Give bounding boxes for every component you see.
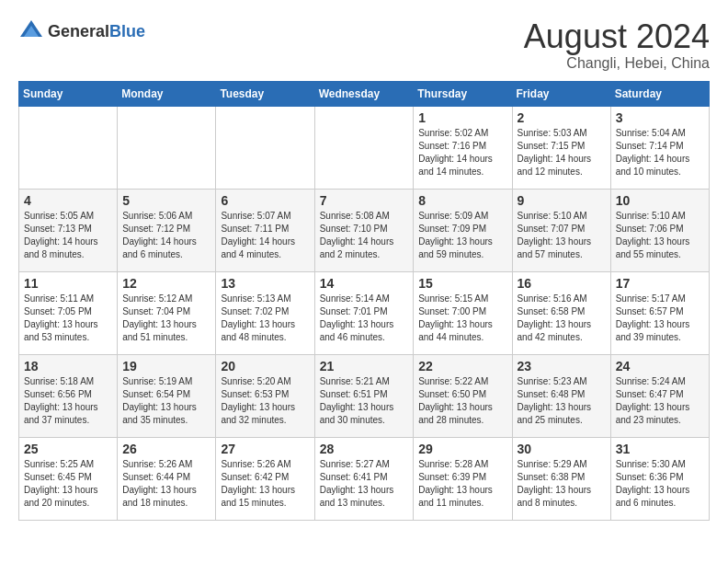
calendar-cell: 21Sunrise: 5:21 AM Sunset: 6:51 PM Dayli… [314,354,414,437]
calendar-cell: 20Sunrise: 5:20 AM Sunset: 6:53 PM Dayli… [216,354,314,437]
day-info: Sunrise: 5:14 AM Sunset: 7:01 PM Dayligh… [320,293,409,344]
calendar-cell: 17Sunrise: 5:17 AM Sunset: 6:57 PM Dayli… [610,271,709,354]
day-info: Sunrise: 5:30 AM Sunset: 6:36 PM Dayligh… [616,458,704,510]
day-info: Sunrise: 5:28 AM Sunset: 6:39 PM Dayligh… [418,458,506,510]
calendar-cell: 8Sunrise: 5:09 AM Sunset: 7:09 PM Daylig… [414,189,512,271]
calendar-cell: 4Sunrise: 5:05 AM Sunset: 7:13 PM Daylig… [19,189,118,271]
day-number: 5 [122,193,210,208]
calendar-cell [314,106,414,189]
day-info: Sunrise: 5:03 AM Sunset: 7:15 PM Dayligh… [518,127,606,178]
day-number: 24 [616,359,704,373]
day-number: 28 [320,442,409,456]
header-row: SundayMondayTuesdayWednesdayThursdayFrid… [19,81,710,106]
day-info: Sunrise: 5:22 AM Sunset: 6:50 PM Dayligh… [418,375,506,427]
week-row-5: 25Sunrise: 5:25 AM Sunset: 6:45 PM Dayli… [19,437,710,520]
day-info: Sunrise: 5:19 AM Sunset: 6:54 PM Dayligh… [122,375,210,427]
day-number: 19 [122,359,210,373]
day-info: Sunrise: 5:02 AM Sunset: 7:16 PM Dayligh… [418,127,506,178]
calendar-cell: 22Sunrise: 5:22 AM Sunset: 6:50 PM Dayli… [414,354,512,437]
week-row-1: 1Sunrise: 5:02 AM Sunset: 7:16 PM Daylig… [19,106,710,189]
day-number: 4 [24,193,112,208]
day-info: Sunrise: 5:10 AM Sunset: 7:06 PM Dayligh… [616,210,704,261]
day-info: Sunrise: 5:27 AM Sunset: 6:41 PM Dayligh… [320,458,409,510]
day-number: 22 [418,359,506,373]
day-info: Sunrise: 5:18 AM Sunset: 6:56 PM Dayligh… [24,375,112,427]
day-info: Sunrise: 5:07 AM Sunset: 7:11 PM Dayligh… [221,210,309,261]
day-number: 23 [518,359,606,373]
day-number: 16 [518,276,606,291]
logo-general: General [48,22,109,40]
day-number: 31 [616,442,704,456]
day-number: 26 [122,442,210,456]
day-info: Sunrise: 5:05 AM Sunset: 7:13 PM Dayligh… [24,210,112,261]
day-number: 11 [24,276,112,291]
day-number: 13 [221,276,309,291]
day-number: 6 [221,193,309,208]
calendar-title: August 2024 [524,18,710,55]
calendar-cell: 13Sunrise: 5:13 AM Sunset: 7:02 PM Dayli… [216,271,314,354]
calendar-cell: 16Sunrise: 5:16 AM Sunset: 6:58 PM Dayli… [512,271,610,354]
day-number: 20 [221,359,309,373]
week-row-4: 18Sunrise: 5:18 AM Sunset: 6:56 PM Dayli… [19,354,710,437]
day-info: Sunrise: 5:26 AM Sunset: 6:42 PM Dayligh… [221,458,309,510]
day-info: Sunrise: 5:25 AM Sunset: 6:45 PM Dayligh… [24,458,112,510]
calendar-cell: 27Sunrise: 5:26 AM Sunset: 6:42 PM Dayli… [216,437,314,520]
calendar-cell: 24Sunrise: 5:24 AM Sunset: 6:47 PM Dayli… [610,354,709,437]
calendar-cell [19,106,118,189]
calendar-cell [118,106,216,189]
day-info: Sunrise: 5:20 AM Sunset: 6:53 PM Dayligh… [221,375,309,427]
day-number: 10 [616,193,704,208]
column-header-thursday: Thursday [414,81,512,106]
day-info: Sunrise: 5:29 AM Sunset: 6:38 PM Dayligh… [518,458,606,510]
column-header-tuesday: Tuesday [216,81,314,106]
calendar-cell: 18Sunrise: 5:18 AM Sunset: 6:56 PM Dayli… [19,354,118,437]
calendar-cell: 11Sunrise: 5:11 AM Sunset: 7:05 PM Dayli… [19,271,118,354]
column-header-sunday: Sunday [19,81,118,106]
calendar-cell: 19Sunrise: 5:19 AM Sunset: 6:54 PM Dayli… [118,354,216,437]
calendar-cell: 9Sunrise: 5:10 AM Sunset: 7:07 PM Daylig… [512,189,610,271]
day-info: Sunrise: 5:16 AM Sunset: 6:58 PM Dayligh… [518,293,606,344]
day-number: 3 [616,110,704,125]
day-info: Sunrise: 5:21 AM Sunset: 6:51 PM Dayligh… [320,375,409,427]
day-number: 12 [122,276,210,291]
logo: GeneralBlue [18,18,145,44]
calendar-cell: 23Sunrise: 5:23 AM Sunset: 6:48 PM Dayli… [512,354,610,437]
calendar-cell: 28Sunrise: 5:27 AM Sunset: 6:41 PM Dayli… [314,437,414,520]
day-number: 27 [221,442,309,456]
day-info: Sunrise: 5:04 AM Sunset: 7:14 PM Dayligh… [616,127,704,178]
day-info: Sunrise: 5:09 AM Sunset: 7:09 PM Dayligh… [418,210,506,261]
column-header-friday: Friday [512,81,610,106]
calendar-cell: 31Sunrise: 5:30 AM Sunset: 6:36 PM Dayli… [610,437,709,520]
calendar-cell: 26Sunrise: 5:26 AM Sunset: 6:44 PM Dayli… [118,437,216,520]
calendar-cell: 12Sunrise: 5:12 AM Sunset: 7:04 PM Dayli… [118,271,216,354]
calendar-cell: 3Sunrise: 5:04 AM Sunset: 7:14 PM Daylig… [610,106,709,189]
day-number: 18 [24,359,112,373]
calendar-cell: 30Sunrise: 5:29 AM Sunset: 6:38 PM Dayli… [512,437,610,520]
calendar-cell: 6Sunrise: 5:07 AM Sunset: 7:11 PM Daylig… [216,189,314,271]
calendar-cell: 14Sunrise: 5:14 AM Sunset: 7:01 PM Dayli… [314,271,414,354]
calendar-cell: 2Sunrise: 5:03 AM Sunset: 7:15 PM Daylig… [512,106,610,189]
day-info: Sunrise: 5:10 AM Sunset: 7:07 PM Dayligh… [518,210,606,261]
title-block: August 2024 Changli, Hebei, China [524,18,710,72]
day-number: 2 [518,110,606,125]
day-number: 8 [418,193,506,208]
day-number: 17 [616,276,704,291]
week-row-2: 4Sunrise: 5:05 AM Sunset: 7:13 PM Daylig… [19,189,710,271]
day-number: 15 [418,276,506,291]
day-info: Sunrise: 5:11 AM Sunset: 7:05 PM Dayligh… [24,293,112,344]
day-number: 1 [418,110,506,125]
location-subtitle: Changli, Hebei, China [524,55,710,72]
calendar-cell: 10Sunrise: 5:10 AM Sunset: 7:06 PM Dayli… [610,189,709,271]
day-number: 21 [320,359,409,373]
day-number: 9 [518,193,606,208]
calendar-cell: 25Sunrise: 5:25 AM Sunset: 6:45 PM Dayli… [19,437,118,520]
calendar-cell: 29Sunrise: 5:28 AM Sunset: 6:39 PM Dayli… [414,437,512,520]
calendar-cell: 5Sunrise: 5:06 AM Sunset: 7:12 PM Daylig… [118,189,216,271]
calendar-table: SundayMondayTuesdayWednesdayThursdayFrid… [18,81,710,521]
day-number: 25 [24,442,112,456]
day-info: Sunrise: 5:08 AM Sunset: 7:10 PM Dayligh… [320,210,409,261]
calendar-cell: 7Sunrise: 5:08 AM Sunset: 7:10 PM Daylig… [314,189,414,271]
day-info: Sunrise: 5:24 AM Sunset: 6:47 PM Dayligh… [616,375,704,427]
logo-text: GeneralBlue [48,22,145,41]
day-info: Sunrise: 5:17 AM Sunset: 6:57 PM Dayligh… [616,293,704,344]
